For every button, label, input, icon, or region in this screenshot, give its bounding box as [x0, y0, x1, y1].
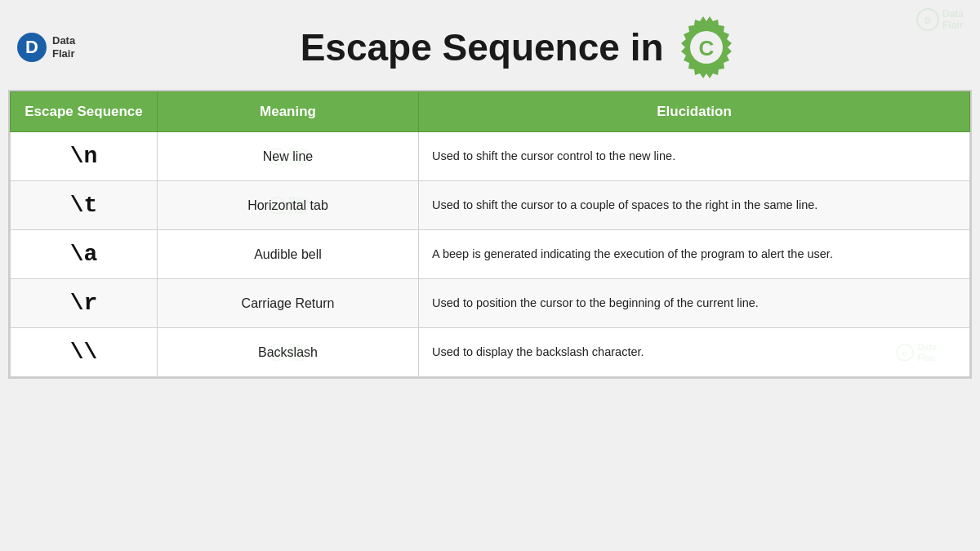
header-watermark: D DataFlair	[916, 8, 964, 32]
svg-text:C: C	[698, 36, 714, 60]
table-container: Escape Sequence Meaning Elucidation \nDD…	[8, 90, 972, 379]
elucidation-cell: A beep is generated indicating the execu…	[419, 230, 970, 279]
svg-text:D: D	[25, 37, 38, 57]
main-title: Escape Sequence in C	[75, 15, 964, 80]
col-header-elucidation: Elucidation	[419, 92, 970, 132]
escape-cell: \\	[11, 328, 158, 377]
elucidation-cell: Used to position the cursor to the begin…	[419, 279, 970, 328]
col-header-escape: Escape Sequence	[11, 92, 158, 132]
title-text: Escape Sequence in	[301, 25, 664, 69]
col-header-meaning: Meaning	[158, 92, 419, 132]
table-row: \rCarriage ReturnUsed to position the cu…	[11, 279, 970, 328]
escape-cell: \t	[11, 181, 158, 230]
meaning-cell: Carriage Return	[158, 279, 419, 328]
svg-point-12	[897, 344, 913, 361]
meaning-cell: DDataFlairNew line	[158, 132, 419, 181]
table-header-row: Escape Sequence Meaning Elucidation	[11, 92, 970, 132]
logo-text: Data Flair	[52, 34, 75, 60]
table-row: \nDDataFlairNew lineUsed to shift the cu…	[11, 132, 970, 181]
c-gear-icon: C	[674, 15, 739, 80]
escape-cell: \r	[11, 279, 158, 328]
svg-text:D: D	[924, 16, 930, 25]
escape-cell: \n	[11, 132, 158, 181]
escape-cell: \a	[11, 230, 158, 279]
logo-icon: D	[16, 32, 47, 63]
title-area: Escape Sequence in C	[75, 15, 964, 80]
meaning-cell: Audible bell	[158, 230, 419, 279]
table-row: \tDDataFlairHorizontal tabUsed to shift …	[11, 181, 970, 230]
meaning-cell: DDataFlairHorizontal tab	[158, 181, 419, 230]
logo: D Data Flair	[16, 32, 75, 63]
escape-sequence-table: Escape Sequence Meaning Elucidation \nDD…	[10, 91, 970, 377]
svg-text:D: D	[902, 350, 907, 358]
table-row: \\DDataFlairBackslashDDataFlairUsed to d…	[11, 328, 970, 377]
header: D Data Flair Escape Sequence in C	[0, 0, 980, 90]
elucidation-cell: DDataFlairUsed to display the backslash …	[419, 328, 970, 377]
elucidation-cell: Used to shift the cursor to a couple of …	[419, 181, 970, 230]
table-row: \aAudible bellA beep is generated indica…	[11, 230, 970, 279]
meaning-cell: DDataFlairBackslash	[158, 328, 419, 377]
elucidation-cell: Used to shift the cursor control to the …	[419, 132, 970, 181]
